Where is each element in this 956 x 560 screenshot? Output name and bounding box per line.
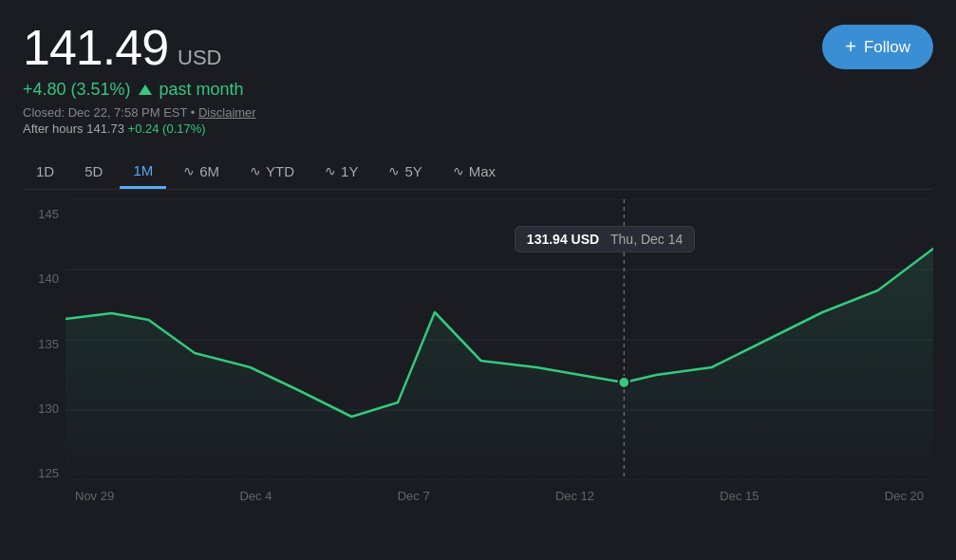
chart-area: 145 140 135 130 125 <box>23 199 933 503</box>
past-period: past month <box>159 80 244 100</box>
tooltip-price: 131.94 USD <box>527 232 599 247</box>
tab-ytd-label: YTD <box>266 163 294 179</box>
after-hours-label: After hours <box>23 121 84 136</box>
after-hours-price: 141.73 <box>86 121 124 136</box>
price-currency: USD <box>178 46 221 70</box>
y-label-145: 145 <box>23 207 59 221</box>
tab-max[interactable]: ∿ Max <box>440 155 509 189</box>
tab-1y[interactable]: ∿ 1Y <box>311 155 371 189</box>
header-row: 141.49 USD +4.80 (3.51%) past month Clos… <box>23 19 933 136</box>
arrow-up-icon <box>139 84 152 95</box>
main-container: 141.49 USD +4.80 (3.51%) past month Clos… <box>0 0 956 513</box>
x-label-dec12: Dec 12 <box>555 489 594 503</box>
trend-icon-max: ∿ <box>453 163 464 178</box>
chart-fill-poly <box>66 249 933 480</box>
x-axis: Nov 29 Dec 4 Dec 7 Dec 12 Dec 15 Dec 20 <box>66 489 933 503</box>
price-section: 141.49 USD +4.80 (3.51%) past month Clos… <box>23 19 256 136</box>
change-value: +4.80 (3.51%) <box>23 80 131 100</box>
price-value: 141.49 <box>23 19 168 76</box>
chart-svg <box>66 199 933 480</box>
tooltip-dot <box>618 377 629 388</box>
tab-1d-label: 1D <box>36 163 54 179</box>
tab-ytd[interactable]: ∿ YTD <box>236 155 308 189</box>
tab-1m[interactable]: 1M <box>120 155 166 189</box>
tab-max-label: Max <box>469 163 496 179</box>
tabs-bar: 1D 5D 1M ∿ 6M ∿ YTD ∿ 1Y ∿ 5Y ∿ Max <box>23 155 933 190</box>
y-axis: 145 140 135 130 125 <box>23 199 59 503</box>
y-label-125: 125 <box>23 466 59 480</box>
disclaimer-link[interactable]: Disclaimer <box>198 105 256 120</box>
tab-1y-label: 1Y <box>341 163 358 179</box>
y-label-130: 130 <box>23 401 59 416</box>
follow-button[interactable]: + Follow <box>822 25 933 69</box>
trend-icon-1y: ∿ <box>325 163 336 178</box>
x-label-nov29: Nov 29 <box>75 489 114 503</box>
closed-info: Closed: Dec 22, 7:58 PM EST <box>23 105 187 120</box>
tab-5y[interactable]: ∿ 5Y <box>375 155 435 189</box>
after-hours-change: +0.24 (0.17%) <box>128 121 206 136</box>
follow-label: Follow <box>864 38 910 57</box>
price-change: +4.80 (3.51%) past month <box>23 80 256 100</box>
y-label-140: 140 <box>23 271 59 286</box>
tab-1d[interactable]: 1D <box>23 155 67 189</box>
price-main: 141.49 USD <box>23 19 256 76</box>
tab-1m-label: 1M <box>133 162 153 178</box>
tooltip-date: Thu, Dec 14 <box>610 232 683 247</box>
x-label-dec7: Dec 7 <box>398 489 430 503</box>
tab-6m[interactable]: ∿ 6M <box>170 155 233 189</box>
separator: • <box>191 105 198 120</box>
trend-icon-6m: ∿ <box>183 163 195 178</box>
tab-5y-label: 5Y <box>404 163 422 179</box>
market-info: Closed: Dec 22, 7:58 PM EST • Disclaimer <box>23 105 256 120</box>
tab-5d-label: 5D <box>84 163 103 179</box>
plus-icon: + <box>845 36 856 58</box>
y-label-135: 135 <box>23 337 59 351</box>
x-label-dec15: Dec 15 <box>720 489 759 503</box>
x-label-dec4: Dec 4 <box>239 489 272 503</box>
x-label-dec20: Dec 20 <box>885 489 924 503</box>
chart-tooltip: 131.94 USD Thu, Dec 14 <box>515 226 695 252</box>
tab-5d[interactable]: 5D <box>71 155 116 189</box>
trend-icon-5y: ∿ <box>388 163 400 178</box>
tab-6m-label: 6M <box>199 163 219 179</box>
after-hours: After hours 141.73 +0.24 (0.17%) <box>23 121 256 136</box>
trend-icon-ytd: ∿ <box>250 163 261 178</box>
